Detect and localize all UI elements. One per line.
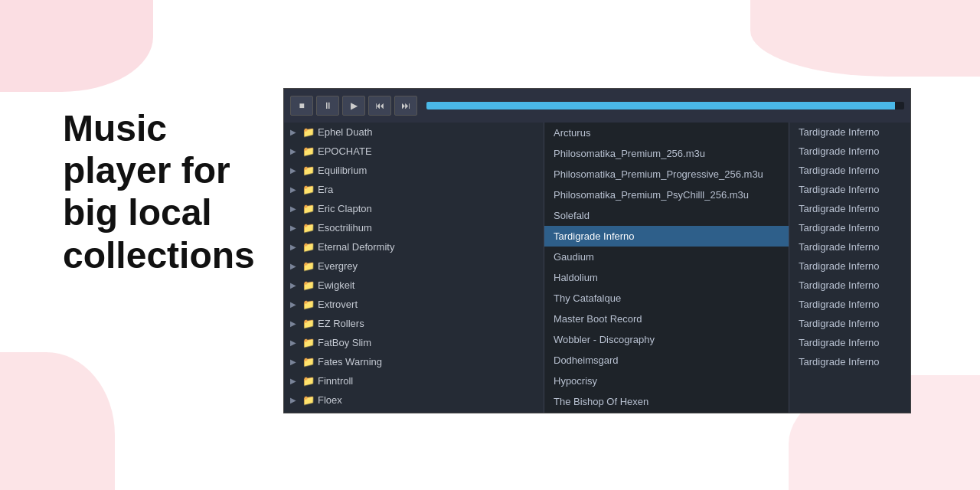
- expand-arrow-icon: ▶: [290, 166, 299, 175]
- expand-arrow-icon: ▶: [290, 262, 299, 270]
- artist-item[interactable]: ▶ 📁 Equilibrium: [284, 161, 544, 180]
- bg-decoration-bottom-left: [0, 352, 115, 490]
- artist-item[interactable]: ▶ 📁 Floex: [284, 390, 544, 410]
- folder-icon: 📁: [302, 318, 315, 329]
- track-item[interactable]: Tardigrade Inferno: [789, 295, 910, 314]
- artist-name: Finntroll: [318, 375, 353, 387]
- folder-icon: 📁: [302, 222, 315, 234]
- play-button[interactable]: ▶: [342, 96, 365, 116]
- artist-name: Fates Warning: [318, 356, 382, 368]
- artist-item[interactable]: ▶ 📁 Finntroll: [284, 371, 544, 390]
- artist-item[interactable]: ▶ 📁 Extrovert: [284, 295, 544, 314]
- artist-name: EZ Rollers: [318, 318, 364, 329]
- expand-arrow-icon: ▶: [290, 396, 299, 404]
- track-item[interactable]: Tardigrade Inferno: [789, 199, 910, 218]
- album-item[interactable]: Tardigrade Inferno: [544, 226, 789, 247]
- content-area: ▶ 📁 Ephel Duath ▶ 📁 EPOCHATE ▶ 📁 Equilib…: [284, 122, 910, 413]
- music-player: ■ ⏸ ▶ ⏮ ⏭ ▶ 📁 Ephel Duath ▶ 📁 EPOCHATE ▶…: [283, 88, 911, 413]
- artist-item[interactable]: ▶ 📁 EZ Rollers: [284, 314, 544, 333]
- forward-button[interactable]: ⏭: [394, 96, 417, 116]
- album-item[interactable]: Haldolium: [544, 267, 789, 288]
- track-item[interactable]: Tardigrade Inferno: [789, 161, 910, 180]
- album-item[interactable]: Solefald: [544, 205, 789, 226]
- album-panel: ArcturusPhilosomatika_Premium_256.m3uPhi…: [544, 122, 789, 413]
- artist-item[interactable]: ▶ 📁 Era: [284, 180, 544, 199]
- artist-name: Eric Clapton: [318, 203, 372, 214]
- artist-item[interactable]: ▶ 📁 Eric Clapton: [284, 199, 544, 218]
- folder-icon: 📁: [302, 375, 315, 387]
- artist-name: Extrovert: [318, 299, 358, 310]
- expand-arrow-icon: ▶: [290, 377, 299, 385]
- album-item[interactable]: Gaudium: [544, 247, 789, 267]
- expand-arrow-icon: ▶: [290, 338, 299, 347]
- track-item[interactable]: Tardigrade Inferno: [789, 256, 910, 276]
- artist-item[interactable]: ▶ 📁 Ephel Duath: [284, 122, 544, 142]
- expand-arrow-icon: ▶: [290, 300, 299, 309]
- track-item[interactable]: Tardigrade Inferno: [789, 142, 910, 161]
- pause-button[interactable]: ⏸: [316, 96, 339, 116]
- artist-item[interactable]: ▶ 📁 Esoctrilihum: [284, 218, 544, 237]
- track-item[interactable]: Tardigrade Inferno: [789, 333, 910, 352]
- folder-icon: 📁: [302, 203, 315, 214]
- artist-name: Ewigkeit: [318, 279, 354, 291]
- album-item[interactable]: Philosomatika_Premium_Progressive_256.m3…: [544, 164, 789, 185]
- artist-name: EPOCHATE: [318, 145, 372, 157]
- track-item[interactable]: Tardigrade Inferno: [789, 218, 910, 237]
- track-item[interactable]: Tardigrade Inferno: [789, 122, 910, 142]
- artist-panel: ▶ 📁 Ephel Duath ▶ 📁 EPOCHATE ▶ 📁 Equilib…: [284, 122, 544, 413]
- album-item[interactable]: Master Boot Record: [544, 309, 789, 329]
- progress-bar-container[interactable]: [426, 102, 904, 109]
- artist-item[interactable]: ▶ 📁 EPOCHATE: [284, 142, 544, 161]
- expand-arrow-icon: ▶: [290, 185, 299, 194]
- artist-name: Esoctrilihum: [318, 222, 372, 234]
- folder-icon: 📁: [302, 279, 315, 291]
- artist-name: Ephel Duath: [318, 126, 373, 138]
- track-item[interactable]: Tardigrade Inferno: [789, 237, 910, 256]
- artist-item[interactable]: ▶ 📁 Ewigkeit: [284, 276, 544, 295]
- expand-arrow-icon: ▶: [290, 358, 299, 366]
- artist-name: Evergrey: [318, 260, 358, 272]
- album-item[interactable]: Kovenant: [544, 412, 789, 413]
- tagline: Music player for big local collections: [63, 107, 285, 276]
- album-item[interactable]: Arcturus: [544, 122, 789, 143]
- expand-arrow-icon: ▶: [290, 243, 299, 251]
- folder-icon: 📁: [302, 126, 315, 138]
- folder-icon: 📁: [302, 356, 315, 368]
- album-item[interactable]: Wobbler - Discography: [544, 329, 789, 350]
- artist-item[interactable]: ▶ 📁 Evergrey: [284, 256, 544, 276]
- album-item[interactable]: The Bishop Of Hexen: [544, 391, 789, 412]
- folder-icon: 📁: [302, 184, 315, 195]
- expand-arrow-icon: ▶: [290, 147, 299, 155]
- artist-name: FatBoy Slim: [318, 337, 371, 348]
- artist-name: Equilibrium: [318, 165, 367, 176]
- progress-bar-fill: [426, 102, 895, 109]
- folder-icon: 📁: [302, 260, 315, 272]
- artist-item[interactable]: ▶ 📁 Eternal Deformity: [284, 237, 544, 256]
- expand-arrow-icon: ▶: [290, 204, 299, 213]
- album-item[interactable]: Hypocrisy: [544, 371, 789, 391]
- player-toolbar: ■ ⏸ ▶ ⏮ ⏭: [284, 89, 910, 122]
- rewind-button[interactable]: ⏮: [368, 96, 391, 116]
- album-item[interactable]: Philosomatika_Premium_PsyChilll_256.m3u: [544, 185, 789, 205]
- track-panel: Tardigrade InfernoTardigrade InfernoTard…: [789, 122, 910, 413]
- folder-icon: 📁: [302, 241, 315, 253]
- expand-arrow-icon: ▶: [290, 224, 299, 232]
- bg-decoration-top-left: [0, 0, 153, 92]
- folder-icon: 📁: [302, 165, 315, 176]
- expand-arrow-icon: ▶: [290, 319, 299, 328]
- track-item[interactable]: Tardigrade Inferno: [789, 276, 910, 295]
- album-item[interactable]: Philosomatika_Premium_256.m3u: [544, 143, 789, 164]
- track-item[interactable]: Tardigrade Inferno: [789, 352, 910, 371]
- artist-name: Eternal Deformity: [318, 241, 394, 253]
- track-item[interactable]: Tardigrade Inferno: [789, 180, 910, 199]
- track-item[interactable]: Tardigrade Inferno: [789, 314, 910, 333]
- album-item[interactable]: Dodheimsgard: [544, 350, 789, 371]
- stop-button[interactable]: ■: [290, 96, 313, 116]
- artist-item[interactable]: ▶ 📁 FatBoy Slim: [284, 333, 544, 352]
- artist-item[interactable]: ▶ 📁 Fates Warning: [284, 352, 544, 371]
- artist-name: Floex: [318, 394, 342, 406]
- folder-icon: 📁: [302, 299, 315, 310]
- artist-name: Era: [318, 184, 333, 195]
- folder-icon: 📁: [302, 145, 315, 157]
- album-item[interactable]: Thy Catafalque: [544, 288, 789, 309]
